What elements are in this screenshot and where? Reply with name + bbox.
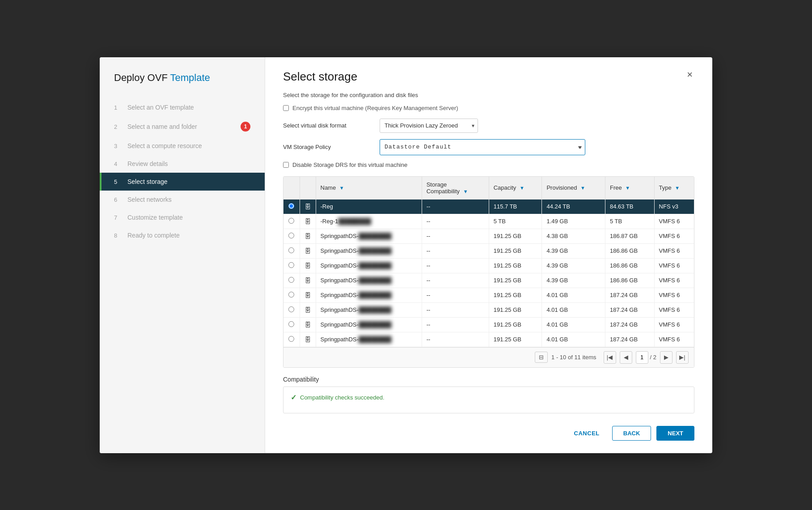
table-row[interactable]: 🗄SpringpathDS-████████--191.25 GB4.01 GB… bbox=[283, 317, 694, 332]
pagination-prev-button[interactable]: ◀ bbox=[620, 351, 632, 364]
cell-type: VMFS 6 bbox=[654, 288, 694, 302]
row-radio-2[interactable] bbox=[288, 218, 294, 224]
provisioned-filter-icon[interactable]: ▼ bbox=[580, 185, 585, 191]
table-row[interactable]: 🗄SpringpathDS-████████--191.25 GB4.39 GB… bbox=[283, 273, 694, 288]
cell-radio bbox=[283, 302, 300, 317]
cell-radio bbox=[283, 288, 300, 302]
table-row[interactable]: 🗄-Reg--115.7 TB44.24 TB84.63 TBNFS v3 bbox=[283, 199, 694, 214]
pagination-info: 1 - 10 of 11 items bbox=[551, 354, 596, 361]
cell-capacity: 115.7 TB bbox=[489, 199, 542, 214]
cell-free: 187.24 GB bbox=[605, 332, 655, 347]
back-button[interactable]: BACK bbox=[612, 426, 651, 441]
row-radio-5[interactable] bbox=[288, 262, 294, 268]
encrypt-checkbox[interactable] bbox=[283, 105, 289, 111]
section-description: Select the storage for the configuration… bbox=[283, 92, 694, 98]
table-row[interactable]: 🗄SpringpathDS-████████--191.25 GB4.39 GB… bbox=[283, 258, 694, 273]
row-radio-7[interactable] bbox=[288, 292, 294, 298]
cell-ds-icon: 🗄 bbox=[300, 273, 316, 288]
cell-name: SpringpathDS-████████ bbox=[316, 229, 422, 243]
datastore-icon: 🗄 bbox=[304, 262, 311, 269]
table-row[interactable]: 🗄SpringpathDS-████████--191.25 GB4.01 GB… bbox=[283, 332, 694, 347]
cell-free: 186.87 GB bbox=[605, 229, 655, 243]
table-row[interactable]: 🗄SpringpathDS-████████--191.25 GB4.01 GB… bbox=[283, 288, 694, 302]
row-radio-8[interactable] bbox=[288, 306, 294, 312]
sidebar: Deploy OVF Template 1 Select an OVF temp… bbox=[100, 57, 265, 453]
type-filter-icon[interactable]: ▼ bbox=[675, 185, 680, 191]
th-provisioned[interactable]: Provisioned ▼ bbox=[542, 177, 605, 200]
th-free[interactable]: Free ▼ bbox=[605, 177, 655, 200]
datastore-icon: 🗄 bbox=[304, 218, 311, 225]
encrypt-row: Encrypt this virtual machine (Requires K… bbox=[283, 105, 694, 111]
compress-columns-button[interactable]: ⊟ bbox=[535, 352, 548, 363]
table-row[interactable]: 🗄SpringpathDS-████████--191.25 GB4.38 GB… bbox=[283, 229, 694, 243]
cell-provisioned: 4.01 GB bbox=[542, 302, 605, 317]
virtual-disk-format-label: Select virtual disk format bbox=[283, 122, 372, 129]
cell-storage-compat: -- bbox=[422, 302, 489, 317]
datastore-icon: 🗄 bbox=[304, 233, 311, 240]
th-storage-compat[interactable]: StorageCompatibility ▼ bbox=[422, 177, 489, 200]
cell-radio bbox=[283, 258, 300, 273]
row-radio-4[interactable] bbox=[288, 247, 294, 253]
pagination-page-input[interactable] bbox=[636, 351, 648, 364]
pagination-last-button[interactable]: ▶| bbox=[676, 351, 689, 364]
encrypt-label[interactable]: Encrypt this virtual machine (Requires K… bbox=[292, 105, 458, 111]
modal-footer: CANCEL BACK NEXT bbox=[283, 422, 694, 441]
datastore-icon: 🗄 bbox=[304, 277, 311, 284]
capacity-filter-icon[interactable]: ▼ bbox=[520, 185, 524, 191]
step-3-label: Select a compute resource bbox=[127, 142, 202, 149]
compat-filter-icon[interactable]: ▼ bbox=[463, 189, 468, 194]
cell-provisioned: 4.38 GB bbox=[542, 229, 605, 243]
datastore-icon: 🗄 bbox=[304, 306, 311, 314]
th-radio bbox=[283, 177, 300, 200]
table-row[interactable]: 🗄SpringpathDS-████████--191.25 GB4.39 GB… bbox=[283, 243, 694, 258]
close-button[interactable]: × bbox=[685, 70, 694, 80]
cell-provisioned: 4.39 GB bbox=[542, 273, 605, 288]
virtual-disk-format-row: Select virtual disk format Thick Provisi… bbox=[283, 119, 694, 133]
row-radio-9[interactable] bbox=[288, 321, 294, 327]
cell-ds-icon: 🗄 bbox=[300, 302, 316, 317]
th-capacity[interactable]: Capacity ▼ bbox=[489, 177, 542, 200]
row-radio-1[interactable] bbox=[288, 203, 294, 209]
free-filter-icon[interactable]: ▼ bbox=[625, 185, 630, 191]
main-header: Select storage × bbox=[283, 70, 694, 84]
step-3-number: 3 bbox=[114, 143, 122, 149]
next-button[interactable]: NEXT bbox=[656, 426, 694, 441]
cell-free: 186.86 GB bbox=[605, 243, 655, 258]
cell-ds-icon: 🗄 bbox=[300, 288, 316, 302]
cancel-button[interactable]: CANCEL bbox=[567, 426, 607, 440]
cell-capacity: 191.25 GB bbox=[489, 317, 542, 332]
step-4-number: 4 bbox=[114, 161, 122, 167]
cell-free: 186.86 GB bbox=[605, 273, 655, 288]
th-icon bbox=[300, 177, 316, 200]
sidebar-steps: 1 Select an OVF template 2 Select a name… bbox=[100, 98, 265, 244]
sidebar-item-7: 7 Customize template bbox=[100, 208, 265, 226]
disable-drs-checkbox[interactable] bbox=[283, 162, 289, 168]
disable-drs-label[interactable]: Disable Storage DRS for this virtual mac… bbox=[292, 162, 407, 168]
vm-storage-policy-select[interactable]: Datastore Default bbox=[380, 139, 585, 155]
name-filter-icon[interactable]: ▼ bbox=[339, 185, 344, 191]
th-type[interactable]: Type ▼ bbox=[654, 177, 694, 200]
pagination-first-button[interactable]: |◀ bbox=[604, 351, 616, 364]
row-radio-6[interactable] bbox=[288, 277, 294, 283]
row-radio-3[interactable] bbox=[288, 233, 294, 238]
name-blurred-text: ████████ bbox=[359, 277, 392, 284]
virtual-disk-format-select[interactable]: Thick Provision Lazy Zeroed Thick Provis… bbox=[380, 119, 478, 133]
pagination-next-button[interactable]: ▶ bbox=[660, 351, 672, 364]
datastore-icon: 🗄 bbox=[304, 203, 311, 210]
cell-name: SpringpathDS-████████ bbox=[316, 273, 422, 288]
step-8-number: 8 bbox=[114, 232, 122, 239]
compatibility-label: Compatibility bbox=[283, 376, 694, 383]
row-radio-10[interactable] bbox=[288, 336, 294, 342]
name-text: SpringpathDS- bbox=[321, 247, 359, 254]
table-row[interactable]: 🗄-Reg-1████████--5 TB1.49 GB5 TBVMFS 6 bbox=[283, 214, 694, 229]
cell-storage-compat: -- bbox=[422, 332, 489, 347]
name-text: SpringpathDS- bbox=[321, 292, 359, 298]
cell-type: VMFS 6 bbox=[654, 317, 694, 332]
page-title: Select storage bbox=[283, 70, 357, 84]
table-row[interactable]: 🗄SpringpathDS-████████--191.25 GB4.01 GB… bbox=[283, 302, 694, 317]
cell-name: SpringpathDS-████████ bbox=[316, 332, 422, 347]
th-name[interactable]: Name ▼ bbox=[316, 177, 422, 200]
cell-capacity: 191.25 GB bbox=[489, 229, 542, 243]
modal-overlay: Deploy OVF Template 1 Select an OVF temp… bbox=[0, 0, 812, 510]
cell-radio bbox=[283, 317, 300, 332]
